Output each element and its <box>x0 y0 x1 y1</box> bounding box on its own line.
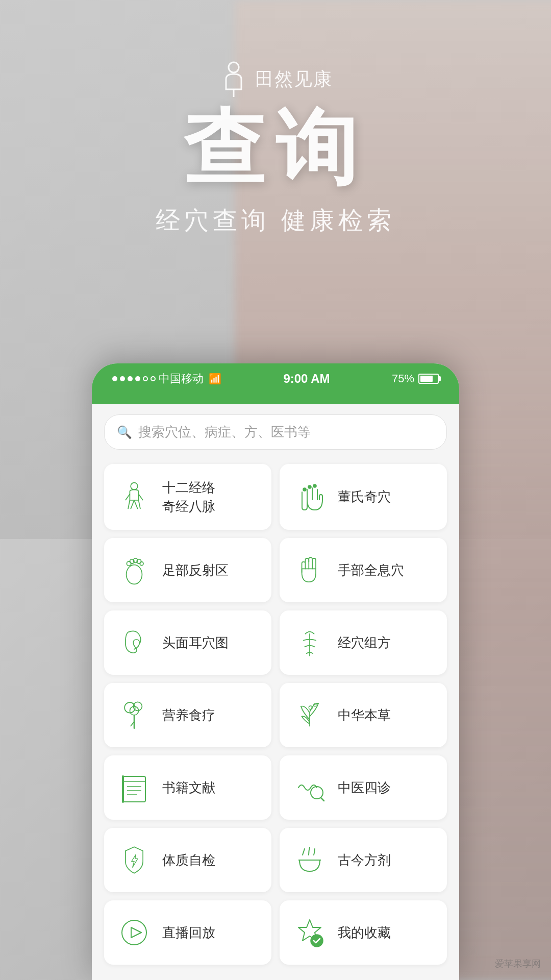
dong-acupoints-icon <box>292 479 328 515</box>
tcm-diagnosis-icon <box>292 770 328 805</box>
meridians-label: 十二经络 奇经八脉 <box>162 478 215 516</box>
app-header-bar <box>92 394 459 404</box>
svg-point-36 <box>311 935 323 947</box>
carrier-text: 中国移动 <box>159 371 204 386</box>
main-title: 查询 <box>184 107 367 189</box>
grid-item-ear-face[interactable]: 头面耳穴图 <box>104 610 271 675</box>
favorites-label: 我的收藏 <box>338 923 391 942</box>
acupoint-formula-label: 经穴组方 <box>338 633 391 652</box>
menu-grid: 十二经络 奇经八脉 董氏奇穴 足部反射区 手部全息穴 头面耳穴图 <box>92 460 459 980</box>
live-replay-icon <box>116 915 152 950</box>
formulas-label: 古今方剂 <box>338 851 391 869</box>
meridians-icon <box>116 479 152 515</box>
wifi-icon: 📶 <box>209 373 221 385</box>
svg-line-8 <box>139 494 143 500</box>
svg-rect-26 <box>123 776 145 802</box>
nutrition-label: 营养食疗 <box>162 706 215 724</box>
acupoint-formula-icon <box>292 625 328 660</box>
books-icon <box>116 770 152 805</box>
logo-area: 田然见康 查询 经穴查询 健康检索 <box>0 61 551 237</box>
dot6 <box>151 376 156 381</box>
grid-item-hand-acupoints[interactable]: 手部全息穴 <box>280 538 447 602</box>
svg-line-4 <box>139 500 140 509</box>
svg-point-10 <box>308 485 311 488</box>
dot4 <box>135 376 140 381</box>
svg-point-0 <box>229 62 239 72</box>
grid-item-dong-acupoints[interactable]: 董氏奇穴 <box>280 464 447 530</box>
hand-acupoints-label: 手部全息穴 <box>338 561 404 579</box>
search-icon: 🔍 <box>117 425 132 439</box>
grid-item-tcm-diagnosis[interactable]: 中医四诊 <box>280 755 447 820</box>
dot5 <box>143 376 148 381</box>
battery-percent: 75% <box>392 372 414 385</box>
formulas-icon <box>292 842 328 878</box>
ear-face-icon <box>116 625 152 660</box>
svg-point-35 <box>122 920 146 945</box>
search-placeholder: 搜索穴位、病症、方、医书等 <box>138 423 311 441</box>
live-replay-label: 直播回放 <box>162 923 215 942</box>
grid-item-live-replay[interactable]: 直播回放 <box>104 900 271 965</box>
svg-line-6 <box>134 500 138 509</box>
tcm-diagnosis-label: 中医四诊 <box>338 778 391 797</box>
hand-acupoints-icon <box>292 552 328 588</box>
logo-text: 田然见康 <box>255 67 333 92</box>
grid-item-nutrition[interactable]: 营养食疗 <box>104 683 271 747</box>
sub-title: 经穴查询 健康检索 <box>156 204 395 237</box>
svg-line-7 <box>126 494 130 500</box>
svg-line-33 <box>321 798 324 801</box>
svg-point-2 <box>131 482 138 489</box>
status-time: 9:00 AM <box>283 372 330 386</box>
dot2 <box>120 376 125 381</box>
svg-point-32 <box>311 787 323 799</box>
status-bar: 中国移动 📶 9:00 AM 75% <box>92 363 459 394</box>
status-right: 75% <box>392 372 439 385</box>
svg-point-12 <box>127 565 142 584</box>
dot1 <box>112 376 117 381</box>
logo-person-icon <box>218 61 249 97</box>
books-label: 书籍文献 <box>162 778 215 797</box>
grid-item-foot-reflex[interactable]: 足部反射区 <box>104 538 271 602</box>
grid-item-herbs[interactable]: 中华本草 <box>280 683 447 747</box>
grid-item-formulas[interactable]: 古今方剂 <box>280 828 447 892</box>
herbs-icon <box>292 697 328 733</box>
foot-reflex-label: 足部反射区 <box>162 561 229 579</box>
grid-item-acupoint-formula[interactable]: 经穴组方 <box>280 610 447 675</box>
herbs-label: 中华本草 <box>338 706 391 724</box>
grid-item-favorites[interactable]: 我的收藏 <box>280 900 447 965</box>
svg-line-3 <box>128 500 130 509</box>
dot3 <box>128 376 133 381</box>
svg-line-5 <box>131 500 134 509</box>
nutrition-icon <box>116 697 152 733</box>
grid-item-meridians[interactable]: 十二经络 奇经八脉 <box>104 464 271 530</box>
grid-item-constitution[interactable]: 体质自检 <box>104 828 271 892</box>
favorites-icon <box>292 915 328 950</box>
svg-point-13 <box>127 561 131 566</box>
ear-face-label: 头面耳穴图 <box>162 633 229 652</box>
status-left: 中国移动 📶 <box>112 371 221 386</box>
phone-mockup: 中国移动 📶 9:00 AM 75% 🔍 搜索穴位、病症、方、医书等 十二经络 … <box>92 363 459 980</box>
constitution-icon <box>116 842 152 878</box>
dong-acupoints-label: 董氏奇穴 <box>338 487 391 506</box>
foot-reflex-icon <box>116 552 152 588</box>
svg-point-9 <box>303 488 306 491</box>
battery-icon <box>418 374 439 384</box>
signal-dots <box>112 376 156 381</box>
constitution-label: 体质自检 <box>162 851 215 869</box>
svg-point-11 <box>313 484 316 487</box>
search-bar[interactable]: 🔍 搜索穴位、病症、方、医书等 <box>104 414 447 450</box>
grid-item-books[interactable]: 书籍文献 <box>104 755 271 820</box>
logo-brand: 田然见康 <box>218 61 333 97</box>
battery-fill <box>420 376 433 382</box>
watermark: 爱苹果享网 <box>495 958 541 970</box>
